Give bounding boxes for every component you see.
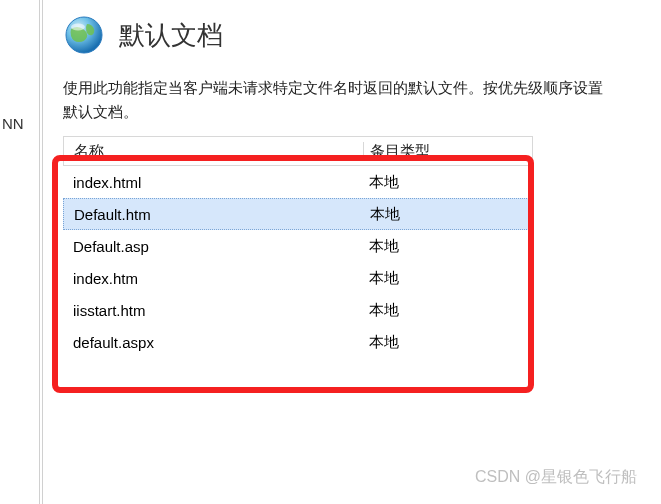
cell-name: iisstart.htm [63,302,363,319]
table-row[interactable]: iisstart.htm本地 [63,294,533,326]
cell-name: Default.htm [64,206,364,223]
cell-type: 本地 [363,237,533,256]
column-header-type[interactable]: 条目类型 [364,142,532,161]
globe-icon [63,14,105,56]
cell-name: Default.asp [63,238,363,255]
column-header-name[interactable]: 名称 [64,142,364,161]
default-documents-table: 名称 条目类型 index.html本地Default.htm本地Default… [63,136,533,358]
title-row: 默认文档 [63,14,661,56]
left-sidebar-strip: NN [0,0,40,504]
watermark-text: CSDN @星银色飞行船 [475,467,637,488]
description-text: 使用此功能指定当客户端未请求特定文件名时返回的默认文件。按优先级顺序设置默认文档… [63,76,603,124]
cell-type: 本地 [363,173,533,192]
table-row[interactable]: Default.htm本地 [63,198,533,230]
table-header-row[interactable]: 名称 条目类型 [63,136,533,166]
cell-type: 本地 [363,333,533,352]
left-tree-label[interactable]: NN [0,115,40,132]
cell-name: default.aspx [63,334,363,351]
cell-name: index.html [63,174,363,191]
table-row[interactable]: Default.asp本地 [63,230,533,262]
table-row[interactable]: index.html本地 [63,166,533,198]
table-row[interactable]: default.aspx本地 [63,326,533,358]
cell-type: 本地 [363,269,533,288]
cell-name: index.htm [63,270,363,287]
main-panel: 默认文档 使用此功能指定当客户端未请求特定文件名时返回的默认文件。按优先级顺序设… [42,0,661,504]
cell-type: 本地 [364,205,532,224]
table-row[interactable]: index.htm本地 [63,262,533,294]
page-title: 默认文档 [119,18,223,53]
svg-point-1 [71,24,85,31]
cell-type: 本地 [363,301,533,320]
